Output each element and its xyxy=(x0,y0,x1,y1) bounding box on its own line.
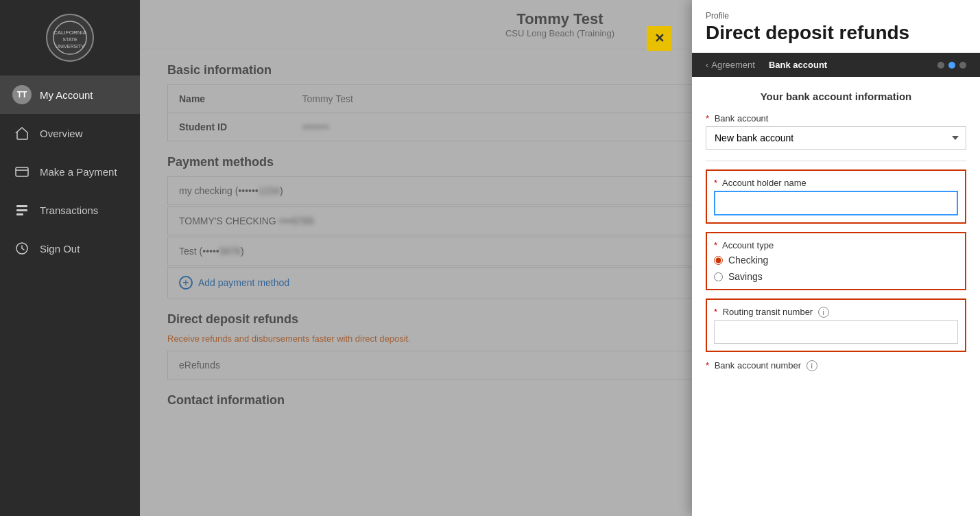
panel-header: Profile Direct deposit refunds xyxy=(692,0,980,53)
payment-icon xyxy=(12,162,32,181)
sidebar-item-label: Sign Out xyxy=(40,243,80,255)
sidebar-item-label: Overview xyxy=(40,128,83,139)
bank-account-label: * Bank account xyxy=(706,113,966,124)
bank-account-group: * Bank account New bank account xyxy=(706,113,966,150)
savings-radio-item[interactable]: Savings xyxy=(714,271,958,282)
bank-account-number-label: * Bank account number i xyxy=(706,360,966,371)
panel-body: Your bank account information * Bank acc… xyxy=(692,77,980,516)
logo-icon: CALIFORNIA STATE UNIVERSITY xyxy=(46,14,94,62)
routing-label: * Routing transit number i xyxy=(714,307,958,318)
person-icon: TT xyxy=(12,85,32,104)
bank-account-select[interactable]: New bank account xyxy=(706,126,966,150)
required-asterisk: * xyxy=(714,178,717,188)
close-panel-button[interactable]: ✕ xyxy=(647,26,671,51)
sidebar-item-sign-out[interactable]: Sign Out xyxy=(0,229,140,268)
routing-info-icon[interactable]: i xyxy=(818,307,829,318)
checking-radio[interactable] xyxy=(714,256,723,265)
savings-label: Savings xyxy=(728,271,763,282)
bank-account-number-info-icon[interactable]: i xyxy=(806,360,817,371)
home-icon xyxy=(12,124,32,143)
sidebar-item-overview[interactable]: Overview xyxy=(0,114,140,152)
stepper-dots xyxy=(937,62,966,69)
divider xyxy=(706,161,966,161)
stepper-dot-1 xyxy=(937,62,944,69)
account-holder-group: * Account holder name xyxy=(706,169,966,224)
sidebar-nav: TT My Account Overview Make a Payment Tr… xyxy=(0,75,140,268)
panel-body-title: Your bank account information xyxy=(706,91,966,102)
account-type-radio-group: Checking Savings xyxy=(714,255,958,282)
savings-radio[interactable] xyxy=(714,272,723,281)
panel-profile-label: Profile xyxy=(706,11,966,21)
close-icon: ✕ xyxy=(654,31,665,46)
routing-number-input[interactable] xyxy=(714,320,958,344)
svg-text:UNIVERSITY: UNIVERSITY xyxy=(56,44,84,49)
svg-rect-7 xyxy=(16,213,23,215)
sidebar-item-transactions[interactable]: Transactions xyxy=(0,191,140,229)
panel: Profile Direct deposit refunds ‹ Agreeme… xyxy=(692,0,980,516)
required-asterisk: * xyxy=(706,360,709,371)
panel-title: Direct deposit refunds xyxy=(706,22,966,44)
svg-text:CALIFORNIA: CALIFORNIA xyxy=(53,30,87,36)
sidebar-item-my-account[interactable]: TT My Account xyxy=(0,75,140,114)
account-type-group: * Account type Checking Savings xyxy=(706,232,966,290)
required-asterisk: * xyxy=(706,113,709,124)
bank-account-number-group: * Bank account number i xyxy=(706,360,966,371)
sidebar-item-label: My Account xyxy=(40,89,93,101)
svg-rect-6 xyxy=(16,209,27,211)
checking-label: Checking xyxy=(728,255,768,266)
stepper-current-label: Bank account xyxy=(769,60,827,70)
account-type-label: * Account type xyxy=(714,240,958,250)
main-content: Tommy Test CSU Long Beach (Training) Bas… xyxy=(140,0,980,516)
required-asterisk: * xyxy=(714,240,717,250)
sidebar-item-label: Transactions xyxy=(40,204,98,216)
account-holder-label: * Account holder name xyxy=(714,178,958,188)
stepper-dot-2 xyxy=(948,62,955,69)
signout-icon xyxy=(12,239,32,258)
sidebar: CALIFORNIA STATE UNIVERSITY TT My Accoun… xyxy=(0,0,140,516)
svg-rect-4 xyxy=(16,167,28,176)
transactions-icon xyxy=(12,200,32,220)
checking-radio-item[interactable]: Checking xyxy=(714,255,958,266)
sidebar-item-label: Make a Payment xyxy=(40,166,117,178)
account-holder-input[interactable] xyxy=(714,191,958,215)
stepper-dot-3 xyxy=(959,62,966,69)
svg-text:STATE: STATE xyxy=(62,37,77,42)
required-asterisk: * xyxy=(714,307,717,317)
logo-area: CALIFORNIA STATE UNIVERSITY xyxy=(0,0,140,75)
panel-stepper: ‹ Agreement Bank account xyxy=(692,53,980,77)
svg-rect-5 xyxy=(16,205,27,207)
routing-number-group: * Routing transit number i xyxy=(706,298,966,352)
sidebar-item-make-payment[interactable]: Make a Payment xyxy=(0,152,140,191)
stepper-back-button[interactable]: ‹ Agreement xyxy=(706,60,755,70)
stepper-back-label: Agreement xyxy=(711,60,755,70)
chevron-left-icon: ‹ xyxy=(706,60,708,70)
